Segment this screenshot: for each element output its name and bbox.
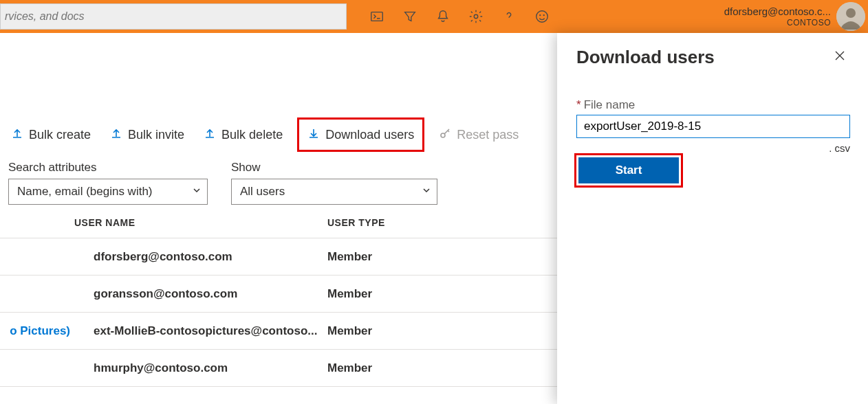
header-icons	[360, 0, 558, 33]
row-user-type: Member	[327, 250, 465, 264]
top-header: dforsberg@contoso.c... CONTOSO	[0, 0, 868, 33]
search-attributes-dropdown[interactable]: Name, email (begins with)	[8, 179, 208, 205]
required-asterisk: *	[576, 98, 581, 111]
chevron-down-icon	[422, 185, 431, 199]
key-icon	[439, 127, 451, 143]
show-value: All users	[240, 185, 285, 199]
table-row[interactable]: goransson@contoso.comMember	[0, 275, 557, 312]
download-users-panel: Download users *File name . csv Start	[557, 33, 868, 404]
row-user-name: ext-MollieB-contosopictures@contoso...	[74, 324, 327, 338]
settings-icon[interactable]	[459, 0, 492, 33]
svg-rect-0	[371, 12, 383, 21]
download-users-label: Download users	[325, 128, 414, 142]
bulk-delete-button[interactable]: Bulk delete	[201, 123, 285, 146]
global-search-input[interactable]	[0, 3, 347, 30]
svg-point-4	[543, 15, 544, 16]
row-user-type: Member	[327, 287, 465, 301]
search-attributes-label: Search attributes	[8, 161, 208, 175]
table-row[interactable]: hmurphy@contoso.comMember	[0, 349, 557, 386]
row-user-type: Member	[327, 361, 465, 375]
svg-point-2	[536, 11, 548, 23]
account-text: dforsberg@contoso.c... CONTOSO	[724, 5, 831, 27]
column-user-name[interactable]: USER NAME	[74, 217, 327, 228]
row-user-name: goransson@contoso.com	[74, 287, 327, 301]
reset-password-button: Reset pass	[436, 123, 521, 146]
start-button[interactable]: Start	[578, 157, 679, 183]
bulk-invite-button[interactable]: Bulk invite	[107, 123, 187, 146]
directory-filter-icon[interactable]	[393, 0, 426, 33]
start-button-highlight: Start	[576, 155, 681, 186]
bulk-create-label: Bulk create	[29, 128, 91, 142]
svg-point-1	[474, 14, 478, 19]
search-attributes-value: Name, email (begins with)	[17, 185, 153, 199]
download-icon	[307, 127, 320, 143]
account-org: CONTOSO	[724, 18, 831, 27]
show-group: Show All users	[231, 161, 437, 205]
notifications-icon[interactable]	[426, 0, 459, 33]
chevron-down-icon	[192, 185, 202, 199]
command-bar: Bulk create Bulk invite Bulk delete Down…	[0, 118, 521, 151]
show-label: Show	[231, 161, 437, 175]
upload-icon	[110, 127, 122, 143]
panel-title: Download users	[576, 47, 715, 68]
avatar	[836, 2, 865, 31]
account-email: dforsberg@contoso.c...	[724, 5, 831, 18]
close-icon[interactable]	[831, 47, 849, 67]
row-user-name: dforsberg@contoso.com	[74, 250, 327, 264]
upload-icon	[204, 127, 216, 143]
table-row[interactable]: o Pictures)ext-MollieB-contosopictures@c…	[0, 312, 557, 349]
upload-icon	[11, 127, 23, 143]
help-icon[interactable]	[492, 0, 525, 33]
filter-row: Search attributes Name, email (begins wi…	[8, 161, 437, 205]
bulk-create-button[interactable]: Bulk create	[8, 123, 94, 146]
download-users-button[interactable]: Download users	[299, 120, 422, 150]
cloud-shell-icon[interactable]	[360, 0, 393, 33]
svg-point-6	[846, 8, 856, 18]
table-row[interactable]: dforsberg@contoso.comMember	[0, 238, 557, 275]
search-attributes-group: Search attributes Name, email (begins wi…	[8, 161, 208, 205]
bulk-invite-label: Bulk invite	[128, 128, 184, 142]
row-user-type: Member	[327, 324, 465, 338]
file-extension: . csv	[576, 142, 850, 154]
bulk-delete-label: Bulk delete	[221, 128, 283, 142]
feedback-icon[interactable]	[525, 0, 558, 33]
row-user-name: hmurphy@contoso.com	[74, 361, 327, 375]
column-user-type[interactable]: USER TYPE	[327, 217, 465, 228]
file-name-input[interactable]	[576, 115, 850, 138]
row-prefix: o Pictures)	[0, 324, 74, 338]
file-name-label: *File name	[576, 98, 849, 112]
users-table: USER NAME USER TYPE dforsberg@contoso.co…	[0, 217, 557, 387]
account-block[interactable]: dforsberg@contoso.c... CONTOSO	[724, 2, 868, 31]
svg-point-3	[540, 15, 541, 16]
show-dropdown[interactable]: All users	[231, 179, 437, 205]
table-header: USER NAME USER TYPE	[0, 217, 557, 238]
reset-password-label: Reset pass	[457, 128, 519, 142]
